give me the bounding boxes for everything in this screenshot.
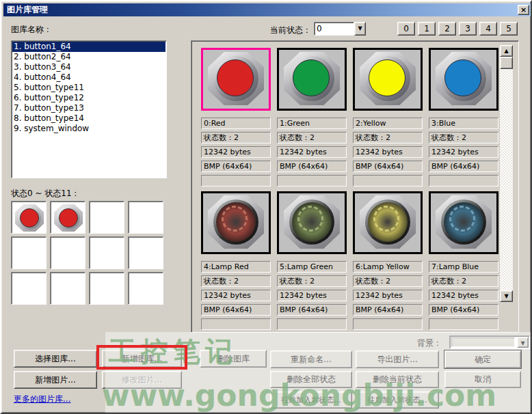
gallery-item-states: 状态数：2 <box>201 275 271 287</box>
state-cell[interactable] <box>50 236 85 269</box>
gallery-image-lamp-green[interactable] <box>277 191 347 254</box>
gallery-item-format: BMP (64x64) <box>277 304 347 316</box>
gallery-item-size: 12342 bytes <box>429 290 498 301</box>
delete-all-states-button[interactable]: 删除全部状态 <box>270 371 352 388</box>
gallery-item-format: BMP (64x64) <box>429 161 498 172</box>
cancel-button[interactable]: 取消 <box>444 371 521 388</box>
chevron-down-icon[interactable]: ▼ <box>517 337 529 348</box>
state-cell[interactable] <box>89 201 124 234</box>
gallery-item-extra <box>277 318 347 330</box>
scroll-up-icon[interactable]: ▲ <box>500 45 513 57</box>
gallery-image-lamp-yellow[interactable] <box>353 191 423 254</box>
current-state-label: 当前状态： <box>270 25 311 36</box>
gallery-item-states: 状态数：2 <box>429 275 498 287</box>
state-number-button-5[interactable]: 5 <box>500 22 518 36</box>
gallery-item-name: 0:Red <box>201 118 271 129</box>
state-number-buttons: 012345 <box>397 22 518 36</box>
state-cell[interactable] <box>50 201 85 234</box>
state-cell[interactable] <box>128 201 163 234</box>
state-number-button-1[interactable]: 1 <box>418 22 436 36</box>
library-list-item[interactable]: 6. button_type12 <box>12 93 165 103</box>
gallery-item-extra <box>429 175 498 187</box>
red-button-icon <box>54 204 83 232</box>
gallery-item-states: 状态数：2 <box>429 132 498 143</box>
picture-library-manager-dialog: 图片库管理 × 图库名称： 1. button1_642. button2_64… <box>0 0 532 414</box>
gallery-image-red[interactable] <box>201 48 271 111</box>
library-listbox[interactable]: 1. button1_642. button2_643. button3_644… <box>11 40 167 178</box>
library-list-item[interactable]: 2. button2_64 <box>12 52 165 62</box>
add-picture-button[interactable]: 新增图片... <box>14 371 97 389</box>
delete-current-state-button[interactable]: 删除当前状态 <box>356 371 439 388</box>
gallery-item-format: BMP (64x64) <box>201 161 271 172</box>
library-list-item[interactable]: 3. button3_64 <box>12 62 165 72</box>
gallery-item-size: 12342 bytes <box>277 290 347 301</box>
insert-state-before-button[interactable]: 往前加入新状态... <box>270 391 352 409</box>
gallery-item-extra <box>277 175 347 187</box>
background-color-dropdown[interactable]: ▼ <box>449 335 530 349</box>
state-number-button-2[interactable]: 2 <box>438 22 456 36</box>
gallery-item-extra <box>353 175 423 187</box>
gallery-item-name: 4:Lamp Red <box>201 261 271 273</box>
scrollbar-track[interactable] <box>500 69 513 290</box>
gallery-item-name: 2:Yellow <box>353 118 423 129</box>
gallery-item-format: BMP (64x64) <box>277 161 347 172</box>
current-state-dropdown[interactable]: 0 ▼ <box>314 22 366 36</box>
gallery-item-format: BMP (64x64) <box>353 161 423 172</box>
gallery-item-size: 12342 bytes <box>429 146 498 158</box>
rename-button[interactable]: 重新命名... <box>270 350 352 368</box>
chevron-down-icon[interactable]: ▼ <box>354 22 366 36</box>
add-library-button[interactable]: 新增图库... <box>102 350 182 368</box>
state-cell[interactable] <box>89 272 124 305</box>
gallery-scrollbar[interactable]: ▲ ▼ <box>500 45 513 302</box>
state-cell[interactable] <box>11 201 46 234</box>
gallery-item-format: BMP (64x64) <box>429 304 498 316</box>
gallery-panel: ▲ ▼ 0:Red状态数：212342 bytesBMP (64x64)1:Gr… <box>191 40 519 333</box>
gallery-image-lamp-blue[interactable] <box>429 191 498 254</box>
gallery-item-states: 状态数：2 <box>277 132 347 143</box>
library-list-item[interactable]: 5. button_type11 <box>12 83 165 93</box>
state-number-button-0[interactable]: 0 <box>397 22 415 36</box>
gallery-item-states: 状态数：2 <box>201 132 271 143</box>
gallery-image-lamp-red[interactable] <box>201 191 271 254</box>
state-cell[interactable] <box>50 272 85 305</box>
gallery-item-extra <box>201 175 271 187</box>
gallery-item-size: 12342 bytes <box>353 146 423 158</box>
state-cell[interactable] <box>11 272 46 305</box>
library-list-item[interactable]: 8. button_type14 <box>12 113 165 124</box>
scrollbar-thumb[interactable] <box>500 57 513 69</box>
gallery-image-blue[interactable] <box>429 48 498 111</box>
gallery-item-states: 状态数：2 <box>353 275 423 287</box>
close-icon[interactable]: × <box>518 5 529 15</box>
export-picture-button[interactable]: 导出图片... <box>356 350 439 368</box>
library-list-item[interactable]: 7. button_type13 <box>12 103 165 113</box>
state-number-button-4[interactable]: 4 <box>479 22 497 36</box>
state-cell[interactable] <box>128 272 163 305</box>
state-number-button-3[interactable]: 3 <box>459 22 477 36</box>
gallery-item-name: 1:Green <box>277 118 347 129</box>
state-cell[interactable] <box>89 236 124 269</box>
library-list-item[interactable]: 4. button4_64 <box>12 72 165 83</box>
state-grid <box>11 201 163 305</box>
insert-state-after-button[interactable]: 往后加入新状态... <box>356 391 439 409</box>
modify-picture-button[interactable]: 修改图片... <box>102 371 182 389</box>
more-libraries-link[interactable]: 更多的图片库... <box>14 394 70 405</box>
gallery-item-format: BMP (64x64) <box>201 304 271 316</box>
gallery-item-extra <box>429 318 498 330</box>
gallery-image-green[interactable] <box>277 48 347 111</box>
select-library-button[interactable]: 选择图库... <box>14 350 97 368</box>
gallery-item-extra <box>353 318 423 330</box>
window-title: 图片库管理 <box>7 4 48 16</box>
library-list-item[interactable]: 1. button1_64 <box>12 42 165 52</box>
gallery-image-yellow[interactable] <box>353 48 423 111</box>
gallery-item-format: BMP (64x64) <box>353 304 423 316</box>
delete-library-button[interactable]: 删除图库 <box>200 350 267 368</box>
state-cell[interactable] <box>128 236 163 269</box>
gallery-item-size: 12342 bytes <box>353 290 423 301</box>
gallery-item-states: 状态数：2 <box>353 132 423 143</box>
ok-button[interactable]: 确定 <box>444 350 521 368</box>
state-cell[interactable] <box>11 236 46 269</box>
scroll-down-icon[interactable]: ▼ <box>500 290 513 302</box>
states-range-label: 状态0 ~ 状态11： <box>11 188 80 199</box>
library-list-item[interactable]: 9. system_window <box>12 124 165 134</box>
gallery-item-states: 状态数：2 <box>277 275 347 287</box>
